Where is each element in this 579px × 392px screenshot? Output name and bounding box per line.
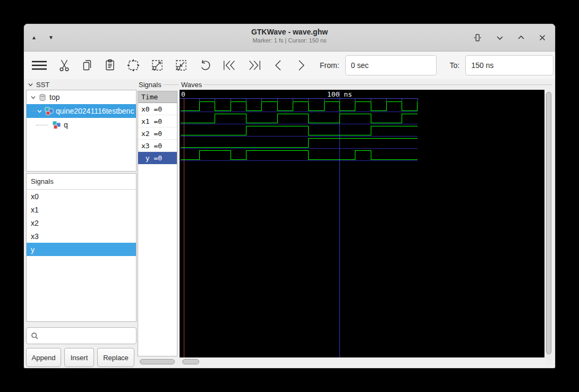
signal-value: =0 <box>154 154 162 162</box>
menu-button[interactable] <box>31 56 48 74</box>
signal-name: x3 <box>141 142 150 150</box>
main-content: SST top <box>24 79 555 369</box>
close-button[interactable] <box>538 33 547 42</box>
list-item-label: x3 <box>31 232 39 241</box>
go-to-start-button[interactable] <box>222 56 237 74</box>
paste-button[interactable] <box>104 56 116 74</box>
zoom-in-button[interactable] <box>174 56 188 74</box>
sst-section-header[interactable]: SST <box>28 81 49 89</box>
sst-tree: top quine20241116testbenc <box>26 90 137 172</box>
signals-frame-label: Signals <box>139 81 178 89</box>
undo-button[interactable] <box>198 56 212 74</box>
expander-chevron-icon[interactable] <box>30 95 36 100</box>
next-edge-button[interactable] <box>295 56 308 74</box>
fit-to-window-button[interactable] <box>472 32 483 43</box>
skip-to-end-icon <box>247 58 262 72</box>
signals-list-header[interactable]: Signals <box>27 174 136 190</box>
chevron-left-icon <box>272 58 285 72</box>
signal-search-box[interactable] <box>26 327 137 344</box>
list-item-y[interactable]: y <box>27 243 136 256</box>
wave-x3 <box>181 138 418 147</box>
skip-to-start-icon <box>222 58 237 72</box>
list-item-x2[interactable]: x2 <box>27 216 136 229</box>
wave-y <box>181 150 418 159</box>
signal-values-panel: Time x0=0 x1=0 x2=0 x3=0 y=0 <box>138 91 177 356</box>
to-label: To: <box>450 61 460 70</box>
tree-item-top[interactable]: top <box>27 90 136 104</box>
append-button[interactable]: Append <box>26 348 61 367</box>
tree-item-label: q <box>64 121 68 129</box>
module-cubes-icon <box>52 121 61 129</box>
chevron-up-icon <box>517 33 525 42</box>
wave-x0 <box>181 101 418 110</box>
maximize-button[interactable] <box>517 33 525 42</box>
signal-name: y <box>141 154 150 162</box>
signal-value: =0 <box>154 130 162 138</box>
signal-row-x1[interactable]: x1=0 <box>138 115 177 127</box>
undo-icon <box>198 58 212 72</box>
time-column-header[interactable]: Time <box>138 91 177 103</box>
expander-chevron-icon[interactable] <box>37 108 42 114</box>
minimize-button[interactable] <box>496 33 504 42</box>
zoom-in-arrow-icon <box>174 58 188 72</box>
sst-label: SST <box>36 81 49 89</box>
to-input[interactable] <box>465 55 554 75</box>
insert-button[interactable]: Insert <box>64 348 94 367</box>
signals-horizontal-scrollbar[interactable] <box>140 359 175 364</box>
fit-icon <box>472 32 483 43</box>
list-item-x0[interactable]: x0 <box>27 190 136 203</box>
signal-value: =0 <box>154 105 162 113</box>
go-to-end-button[interactable] <box>247 56 262 74</box>
waveform-canvas: 0100 ns <box>180 90 544 357</box>
signal-row-y[interactable]: y=0 <box>138 152 177 164</box>
expander-chevron-icon <box>28 82 33 88</box>
waveform-display[interactable]: 0100 ns <box>180 90 544 357</box>
tree-connector <box>36 125 48 125</box>
close-icon <box>538 33 547 42</box>
tree-item-testbench[interactable]: quine20241116testbenc <box>27 104 136 118</box>
module-cubes-icon <box>45 107 54 115</box>
tree-item-q[interactable]: q <box>27 118 136 132</box>
search-input[interactable] <box>42 328 136 344</box>
list-item-x1[interactable]: x1 <box>27 203 136 216</box>
toolbar: From: To: <box>24 52 555 79</box>
signal-row-x0[interactable]: x0=0 <box>138 103 177 115</box>
waves-frame-label: Waves <box>181 81 552 89</box>
zoom-fit-button[interactable] <box>126 56 140 74</box>
tree-item-label: top <box>49 93 59 101</box>
chevron-down-icon <box>496 33 504 42</box>
scrollbar-thumb[interactable] <box>546 92 551 354</box>
list-item-label: x1 <box>31 206 39 214</box>
waves-vertical-scrollbar[interactable] <box>546 91 552 366</box>
tree-connector <box>32 111 37 112</box>
waves-horizontal-scrollbar[interactable] <box>182 359 199 364</box>
scissors-icon <box>58 58 71 72</box>
gtkwave-window: ▲ ▼ GTKWave - wave.ghw Marker: 1 fs | Cu… <box>23 23 556 369</box>
copy-icon <box>81 58 93 72</box>
signal-name: x1 <box>141 117 150 125</box>
signal-name: x2 <box>141 130 150 138</box>
from-label: From: <box>320 61 339 70</box>
signal-row-x2[interactable]: x2=0 <box>138 127 177 140</box>
signal-value: =0 <box>154 142 162 150</box>
list-item-x3[interactable]: x3 <box>27 229 136 243</box>
wave-x2 <box>181 126 418 135</box>
chevron-right-icon <box>295 58 308 72</box>
copy-button[interactable] <box>81 56 93 74</box>
signal-value: =0 <box>154 117 162 125</box>
from-input[interactable] <box>345 55 437 75</box>
signal-name: x0 <box>141 105 150 113</box>
clipboard-icon <box>104 58 116 72</box>
search-icon <box>31 332 39 340</box>
prev-edge-button[interactable] <box>272 56 285 74</box>
titlebar[interactable]: ▲ ▼ GTKWave - wave.ghw Marker: 1 fs | Cu… <box>24 24 555 52</box>
timeline-start-label: 0 <box>181 90 185 98</box>
hamburger-icon <box>31 59 48 72</box>
cut-button[interactable] <box>58 56 71 74</box>
zoom-out-full-button[interactable] <box>150 56 164 74</box>
zoom-fit-icon <box>126 58 140 72</box>
signal-row-x3[interactable]: x3=0 <box>138 140 177 152</box>
signals-list-panel: Signals x0 x1 x2 x3 y <box>26 173 137 322</box>
list-item-label: x0 <box>31 192 39 201</box>
replace-button[interactable]: Replace <box>97 348 134 367</box>
